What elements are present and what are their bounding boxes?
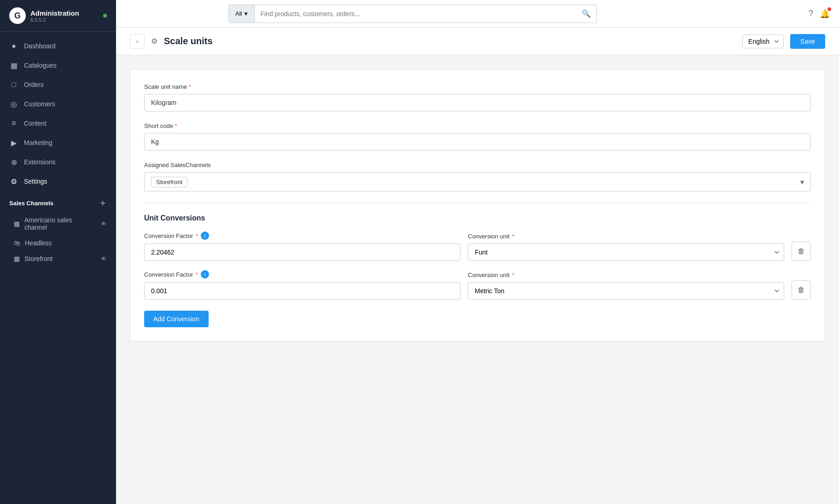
search-filter-button[interactable]: All ▾ bbox=[229, 5, 255, 23]
main-content: All ▾ 🔍 ? 🔔 ‹ ⚙ Scale units bbox=[116, 0, 839, 504]
unit-conversions-section: Unit Conversions Conversion Factor * i bbox=[144, 214, 811, 327]
language-select[interactable]: English bbox=[742, 35, 784, 48]
content-icon: ≡ bbox=[9, 119, 18, 128]
sidebar-item-label: Dashboard bbox=[24, 42, 56, 50]
required-marker: * bbox=[175, 122, 177, 129]
add-channel-button[interactable]: ＋ bbox=[99, 197, 107, 209]
sidebar-item-customers[interactable]: ◎ Customers bbox=[0, 94, 116, 114]
conversion-unit-field-2: Conversion unit * Funt Metric Ton bbox=[468, 272, 784, 300]
short-code-group: Short code * bbox=[144, 122, 811, 151]
page-body: Scale unit name * Short code * Assigned … bbox=[116, 55, 839, 355]
conversion-row-1: Conversion Factor * i Conversion unit * bbox=[144, 232, 811, 261]
sidebar-header: G Administration 6.5.5.2 bbox=[0, 0, 116, 32]
conversion-factor-field-2: Conversion Factor * i bbox=[144, 270, 460, 300]
orders-icon: □ bbox=[9, 80, 18, 89]
page-area: ‹ ⚙ Scale units English Save Scale unit … bbox=[116, 28, 839, 504]
conversion-unit-select-1[interactable]: Funt Metric Ton bbox=[468, 243, 784, 261]
conversion-unit-label-2: Conversion unit * bbox=[468, 272, 784, 278]
add-conversion-button[interactable]: Add Conversion bbox=[144, 311, 209, 327]
settings-icon: ⚙ bbox=[9, 177, 18, 186]
eye-icon[interactable]: 👁 bbox=[101, 255, 107, 262]
notifications-icon[interactable]: 🔔 bbox=[820, 9, 830, 19]
search-filter-label: All bbox=[235, 10, 242, 17]
delete-conversion-button-1[interactable]: 🗑 bbox=[792, 242, 811, 261]
scale-unit-name-group: Scale unit name * bbox=[144, 83, 811, 111]
gear-icon: ⚙ bbox=[151, 37, 157, 45]
unit-conversions-title: Unit Conversions bbox=[144, 214, 811, 222]
app-brand: Administration 6.5.5.2 bbox=[30, 9, 79, 23]
sidebar-item-label: Extensions bbox=[24, 158, 55, 166]
sidebar-item-storefront[interactable]: ▦ Storefront 👁 bbox=[0, 251, 116, 266]
search-input[interactable] bbox=[255, 5, 576, 23]
app-logo: G bbox=[9, 7, 26, 24]
sidebar-item-marketing[interactable]: ▶ Marketing bbox=[0, 133, 116, 152]
search-submit-button[interactable]: 🔍 bbox=[576, 9, 596, 18]
marketing-icon: ▶ bbox=[9, 138, 18, 147]
sidebar-item-orders[interactable]: □ Orders bbox=[0, 75, 116, 94]
sales-channels-label: Sales Channels bbox=[9, 200, 53, 207]
sidebar-item-settings[interactable]: ⚙ Settings bbox=[0, 172, 116, 191]
short-code-input[interactable] bbox=[144, 133, 811, 151]
topbar-right: ? 🔔 bbox=[809, 9, 830, 19]
sidebar-nav: ● Dashboard ▦ Catalogues □ Orders ◎ Cust… bbox=[0, 32, 116, 504]
conversion-row-2: Conversion Factor * i Conversion unit * bbox=[144, 270, 811, 300]
required-marker: * bbox=[196, 232, 198, 239]
storefront-tag: Storefront bbox=[151, 177, 187, 187]
back-button[interactable]: ‹ bbox=[130, 34, 145, 49]
delete-conversion-button-2[interactable]: 🗑 bbox=[792, 280, 811, 300]
eye-icon[interactable]: 👁 bbox=[101, 220, 107, 227]
sidebar: G Administration 6.5.5.2 ● Dashboard ▦ C… bbox=[0, 0, 116, 504]
channel-label: Storefront bbox=[24, 255, 52, 262]
search-icon: 🔍 bbox=[582, 10, 591, 17]
app-version: 6.5.5.2 bbox=[30, 17, 79, 23]
conversion-unit-label-1: Conversion unit * bbox=[468, 233, 784, 240]
sidebar-item-dashboard[interactable]: ● Dashboard bbox=[0, 36, 116, 56]
sales-channels-header: Sales Channels ＋ bbox=[0, 191, 116, 212]
conversion-factor-field-1: Conversion Factor * i bbox=[144, 232, 460, 261]
app-name: Administration bbox=[30, 9, 79, 17]
sidebar-item-headless[interactable]: 🛍 Headless bbox=[0, 235, 116, 251]
extensions-icon: ⊕ bbox=[9, 157, 18, 167]
trash-icon: 🗑 bbox=[798, 286, 805, 294]
conversion-factor-label-1: Conversion Factor * i bbox=[144, 232, 460, 240]
info-icon[interactable]: i bbox=[201, 232, 209, 240]
search-bar: All ▾ 🔍 bbox=[228, 5, 597, 23]
sidebar-item-label: Content bbox=[24, 120, 47, 127]
sidebar-item-label: Customers bbox=[24, 100, 55, 108]
conversion-factor-input-2[interactable] bbox=[144, 282, 460, 300]
sidebar-item-content[interactable]: ≡ Content bbox=[0, 114, 116, 133]
short-code-label: Short code * bbox=[144, 122, 811, 129]
scale-unit-name-label: Scale unit name * bbox=[144, 83, 811, 90]
sidebar-item-catalogues[interactable]: ▦ Catalogues bbox=[0, 56, 116, 75]
required-marker: * bbox=[196, 271, 198, 278]
storefront-icon: ▦ bbox=[14, 255, 20, 262]
page-title: Scale units bbox=[164, 36, 736, 46]
online-indicator bbox=[103, 14, 107, 17]
help-icon[interactable]: ? bbox=[809, 9, 813, 18]
sidebar-item-label: Catalogues bbox=[24, 62, 57, 69]
headless-icon: 🛍 bbox=[14, 239, 20, 247]
notification-badge bbox=[827, 7, 831, 11]
conversion-factor-input-1[interactable] bbox=[144, 243, 460, 261]
assigned-channels-field[interactable]: Storefront ▾ bbox=[144, 172, 811, 191]
conversion-unit-field-1: Conversion unit * Funt Metric Ton bbox=[468, 233, 784, 261]
scale-unit-name-input[interactable] bbox=[144, 94, 811, 111]
page-header: ‹ ⚙ Scale units English Save bbox=[116, 28, 839, 55]
catalogues-icon: ▦ bbox=[9, 61, 18, 70]
topbar: All ▾ 🔍 ? 🔔 bbox=[116, 0, 839, 28]
assigned-channels-group: Assigned SalesChannels Storefront ▾ bbox=[144, 162, 811, 191]
chevron-down-icon: ▾ bbox=[245, 10, 248, 17]
sidebar-item-extensions[interactable]: ⊕ Extensions bbox=[0, 152, 116, 172]
required-marker: * bbox=[189, 83, 191, 90]
page-settings-button[interactable]: ⚙ bbox=[151, 37, 157, 46]
sidebar-item-americano[interactable]: ▦ Americano sales channel 👁 bbox=[0, 212, 116, 235]
channel-label: Headless bbox=[25, 239, 52, 247]
info-icon[interactable]: i bbox=[201, 270, 209, 278]
sidebar-item-label: Settings bbox=[24, 178, 47, 185]
americano-icon: ▦ bbox=[14, 220, 20, 227]
assigned-channels-label: Assigned SalesChannels bbox=[144, 162, 811, 168]
conversion-unit-select-2[interactable]: Funt Metric Ton bbox=[468, 282, 784, 300]
save-button[interactable]: Save bbox=[790, 34, 825, 49]
trash-icon: 🗑 bbox=[798, 247, 805, 255]
sidebar-item-label: Orders bbox=[24, 81, 44, 88]
